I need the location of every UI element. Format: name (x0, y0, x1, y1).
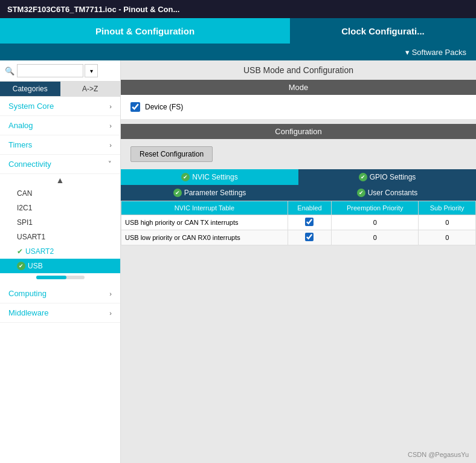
device-fs-row: Device (FS) (130, 102, 466, 112)
software-packs-label: Software Packs (412, 48, 466, 57)
scroll-up-arrow[interactable]: ▲ (56, 175, 65, 185)
system-core-label: System Core (8, 102, 54, 111)
connectivity-label: Connectivity (8, 160, 51, 169)
tab-nvic-settings[interactable]: ✔ NVIC Settings (121, 169, 298, 185)
content-area: USB Mode and Configuration Mode Device (… (121, 60, 476, 463)
analog-chevron: › (109, 122, 112, 129)
usb-check-icon: ✔ (17, 262, 25, 270)
search-bar: 🔍 ▾ (0, 60, 120, 82)
sidebar-sub-spi1[interactable]: SPI1 (0, 215, 120, 230)
nvic-tab-label: NVIC Settings (192, 173, 237, 181)
sidebar-sub-usart1[interactable]: USART1 (0, 230, 120, 244)
sidebar-item-connectivity[interactable]: Connectivity ˅ (0, 155, 120, 174)
usart1-label: USART1 (17, 233, 45, 241)
interrupt-enabled-2 (288, 230, 331, 245)
interrupt-preemption-1: 0 (332, 215, 419, 230)
sidebar-item-analog[interactable]: Analog › (0, 116, 120, 135)
interrupt-name-2: USB low priority or CAN RX0 interrupts (121, 230, 288, 245)
software-packs-chevron: ▾ (405, 48, 410, 57)
param-check-icon: ✔ (173, 189, 182, 197)
watermark: CSDN @PegasusYu (408, 451, 469, 458)
computing-chevron: › (109, 290, 112, 297)
device-fs-checkbox[interactable] (130, 102, 140, 112)
col-enabled: Enabled (288, 201, 331, 215)
nvic-check-icon: ✔ (181, 173, 190, 181)
user-check-icon: ✔ (357, 189, 365, 197)
sidebar-item-system-core[interactable]: System Core › (0, 97, 120, 116)
spi1-label: SPI1 (17, 218, 33, 227)
title-text: STM32F103C6T6_TM7711.ioc - Pinout & Con.… (7, 5, 179, 14)
filter-tab-categories[interactable]: Categories (0, 82, 60, 96)
system-core-chevron: › (109, 103, 112, 110)
device-fs-label: Device (FS) (145, 103, 183, 111)
interrupt-checkbox-2[interactable] (305, 233, 314, 241)
reset-config-button[interactable]: Reset Configuration (130, 146, 213, 162)
tab-parameter-settings[interactable]: ✔ Parameter Settings (121, 185, 298, 201)
timers-label: Timers (8, 140, 32, 149)
interrupt-name-1: USB high priority or CAN TX interrupts (121, 215, 288, 230)
nvic-interrupt-table: NVIC Interrupt Table Enabled Preemption … (121, 201, 476, 245)
table-row: USB high priority or CAN TX interrupts 0… (121, 215, 476, 230)
sidebar-item-computing[interactable]: Computing › (0, 284, 120, 303)
computing-label: Computing (8, 289, 47, 298)
sidebar-item-timers[interactable]: Timers › (0, 135, 120, 155)
tab-pinout[interactable]: Pinout & Configuration (0, 18, 290, 44)
usb-title: USB Mode and Configuration (121, 60, 476, 80)
analog-label: Analog (8, 121, 33, 130)
gpio-check-icon: ✔ (359, 173, 367, 181)
interrupt-sub-2: 0 (419, 230, 476, 245)
can-label: CAN (17, 189, 32, 198)
mode-section: Device (FS) (121, 95, 476, 119)
gpio-tab-label: GPIO Settings (370, 173, 416, 181)
sidebar-sub-usb[interactable]: ✔ USB (0, 259, 120, 273)
search-icon: 🔍 (5, 66, 14, 76)
table-row: USB low priority or CAN RX0 interrupts 0… (121, 230, 476, 245)
scroll-bar[interactable] (36, 276, 85, 279)
i2c1-label: I2C1 (17, 204, 32, 212)
title-bar: STM32F103C6T6_TM7711.ioc - Pinout & Con.… (0, 0, 476, 18)
interrupt-preemption-2: 0 (332, 230, 419, 245)
usb-label: USB (28, 262, 43, 270)
config-tabs-row1: ✔ NVIC Settings ✔ GPIO Settings (121, 169, 476, 185)
top-nav: Pinout & Configuration Clock Configurati… (0, 18, 476, 44)
param-tab-label: Parameter Settings (184, 189, 246, 197)
filter-tabs: Categories A->Z (0, 82, 120, 97)
usart2-check-icon: ✔ (17, 247, 23, 256)
sidebar-sub-can[interactable]: CAN (0, 186, 120, 201)
config-section-header: Configuration (121, 124, 476, 139)
sidebar-item-middleware[interactable]: Middleware › (0, 303, 120, 323)
sidebar-sub-i2c1[interactable]: I2C1 (0, 201, 120, 215)
reset-config-area: Reset Configuration (121, 139, 476, 169)
config-tabs-row2: ✔ Parameter Settings ✔ User Constants (121, 185, 476, 201)
scroll-up-indicator: ▲ (0, 174, 120, 186)
filter-tab-az[interactable]: A->Z (60, 82, 121, 96)
interrupt-sub-1: 0 (419, 215, 476, 230)
user-tab-label: User Constants (368, 189, 418, 197)
middleware-chevron: › (109, 309, 112, 317)
search-dropdown[interactable]: ▾ (85, 64, 98, 77)
middleware-label: Middleware (8, 308, 48, 317)
software-packs-bar[interactable]: ▾ Software Packs (0, 44, 476, 60)
tab-user-constants[interactable]: ✔ User Constants (298, 185, 476, 201)
interrupt-enabled-1 (288, 215, 331, 230)
sidebar: 🔍 ▾ Categories A->Z System Core › Analog… (0, 60, 121, 463)
search-input[interactable] (17, 64, 83, 77)
main-layout: 🔍 ▾ Categories A->Z System Core › Analog… (0, 60, 476, 463)
connectivity-chevron: ˅ (108, 160, 112, 168)
col-nvic-name: NVIC Interrupt Table (121, 201, 288, 215)
tab-clock[interactable]: Clock Configurati... (290, 18, 476, 44)
timers-chevron: › (109, 141, 112, 149)
col-preemption: Preemption Priority (332, 201, 419, 215)
usart2-label: USART2 (25, 247, 54, 256)
scroll-bar-thumb (36, 276, 66, 279)
tab-gpio-settings[interactable]: ✔ GPIO Settings (298, 169, 476, 185)
mode-section-header: Mode (121, 80, 476, 95)
dropdown-arrow: ▾ (90, 68, 93, 74)
interrupt-checkbox-1[interactable] (305, 218, 314, 226)
sidebar-sub-usart2[interactable]: ✔ USART2 (0, 244, 120, 259)
col-sub-priority: Sub Priority (419, 201, 476, 215)
